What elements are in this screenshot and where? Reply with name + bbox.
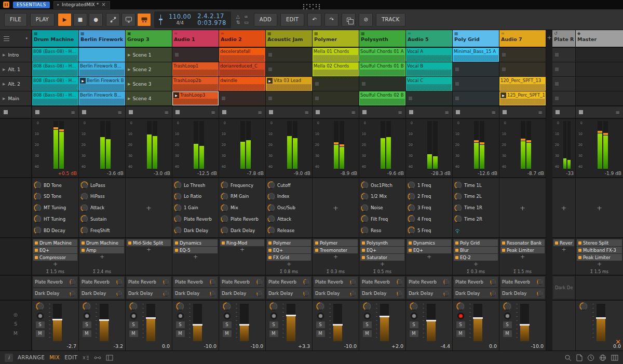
record-arm-button[interactable] — [84, 313, 90, 319]
lanes-icon[interactable]: ≡ — [398, 110, 402, 115]
empty-clip-slot[interactable] — [552, 48, 575, 62]
remote-knob[interactable] — [80, 204, 88, 212]
send-slot[interactable]: Plate Reverb — [454, 277, 498, 287]
clip-slot[interactable]: Soulful Chords 02 B — [359, 91, 405, 105]
position-display[interactable]: 2.4.2.17 — [197, 13, 226, 20]
device-chip[interactable]: EQ-5 — [173, 247, 218, 253]
device-enabled-dot[interactable] — [578, 256, 581, 259]
scene-play-icon[interactable]: ▶ — [3, 53, 5, 57]
tab-arrange[interactable]: ARRANGE — [18, 355, 45, 360]
lanes-icon[interactable]: ≡ — [71, 110, 75, 115]
track-header[interactable]: ↺ Plate Reverb — [552, 30, 575, 47]
send-knob[interactable] — [443, 290, 450, 296]
time-display[interactable]: 0:03.978 — [197, 20, 226, 26]
send-knob[interactable] — [303, 279, 309, 285]
clip-slot[interactable]: ▶TrashLoop3 — [172, 91, 219, 105]
fader-handle[interactable] — [286, 315, 296, 316]
lanes-icon[interactable]: ≡ — [616, 110, 620, 115]
device-chip[interactable]: Ring-Mod — [220, 239, 264, 246]
pan-knob[interactable] — [223, 302, 231, 311]
device-chip[interactable]: Reverb — [553, 239, 574, 246]
add-remote-page-button[interactable]: + — [597, 204, 602, 212]
remote-knob[interactable] — [361, 215, 369, 223]
device-enabled-dot[interactable] — [175, 241, 178, 245]
tab-edit[interactable]: EDIT — [64, 355, 77, 360]
device-chip[interactable]: Drum Machine — [33, 239, 77, 246]
send-knob[interactable] — [537, 279, 543, 285]
device-chip[interactable]: Mid-Side Split — [127, 239, 171, 246]
clip-slot[interactable]: Soulful Chords 01 B — [359, 62, 405, 76]
empty-clip-slot[interactable] — [172, 48, 219, 62]
loop-icon[interactable]: ∞ — [244, 14, 249, 19]
device-enabled-dot[interactable] — [362, 241, 365, 245]
track-header[interactable]: ▦ Drum Machine — [32, 30, 78, 47]
scene-launch-slot[interactable]: ▶Scene 1 — [126, 48, 172, 62]
fader-handle[interactable] — [520, 324, 530, 326]
close-panel-icon[interactable]: ✕ — [615, 339, 621, 345]
copy-button[interactable] — [342, 13, 356, 26]
punch-icon[interactable]: ▭ — [244, 20, 249, 25]
solo-button[interactable]: S — [269, 321, 278, 328]
solo-button[interactable]: S — [83, 321, 91, 328]
stop-clips-button[interactable] — [316, 110, 320, 114]
device-chip[interactable]: Peak Limiter — [500, 247, 545, 253]
remote-knob[interactable] — [361, 181, 369, 189]
device-enabled-dot[interactable] — [35, 249, 38, 252]
volume-fader[interactable] — [287, 304, 295, 341]
fader-handle[interactable] — [380, 316, 389, 317]
empty-clip-slot[interactable] — [313, 91, 359, 105]
add-remote-page-button[interactable]: + — [146, 204, 152, 212]
clip-slot[interactable]: 120_Perc_SPFT_13 — [499, 77, 546, 91]
fader-handle[interactable] — [52, 319, 62, 320]
send-knob[interactable] — [116, 279, 123, 285]
device-chip[interactable]: Multiband FX-3 — [577, 247, 622, 253]
add-device-button[interactable]: + — [553, 247, 574, 253]
volume-fader[interactable] — [520, 304, 529, 341]
lanes-icon[interactable]: ≡ — [118, 110, 122, 115]
track-header[interactable]: ▦ Polysynth — [359, 30, 405, 47]
pan-knob[interactable] — [503, 302, 511, 311]
stop-clips-button[interactable] — [129, 110, 133, 114]
empty-clip-slot[interactable] — [552, 91, 575, 105]
lanes-icon[interactable]: ≡ — [351, 110, 356, 115]
pan-knob[interactable] — [129, 302, 138, 311]
stop-clips-button[interactable] — [579, 110, 583, 114]
remote-knob[interactable] — [221, 181, 228, 189]
send-knob[interactable] — [163, 279, 169, 285]
device-chip[interactable]: Polysynth — [360, 239, 404, 246]
send-slot[interactable]: Plate Reverb — [267, 277, 311, 287]
lanes-icon[interactable]: ≡ — [258, 110, 262, 115]
device-enabled-dot[interactable] — [268, 256, 272, 259]
mute-button[interactable]: M — [83, 330, 91, 337]
device-enabled-dot[interactable] — [222, 241, 225, 245]
mute-button[interactable]: M — [269, 330, 278, 337]
redo-button[interactable]: ↷ — [324, 13, 338, 26]
clip-slot[interactable]: Soulful Chords 01 A — [359, 48, 405, 62]
record-arm-button[interactable] — [317, 313, 324, 319]
remote-knob[interactable] — [34, 215, 42, 223]
remote-knob[interactable] — [267, 181, 275, 189]
device-enabled-dot[interactable] — [455, 256, 458, 259]
device-enabled-dot[interactable] — [362, 249, 365, 252]
send-slot[interactable]: Plate Reverb — [500, 277, 545, 287]
add-device-button[interactable]: + — [500, 254, 545, 260]
fader-handle[interactable] — [426, 320, 436, 321]
pan-knob[interactable] — [363, 302, 371, 311]
remote-knob[interactable] — [174, 193, 182, 200]
remote-knob[interactable] — [174, 204, 182, 212]
file-button[interactable]: FILE — [4, 13, 27, 26]
add-device-button[interactable]: + — [577, 261, 622, 267]
remote-knob[interactable] — [454, 204, 462, 212]
device-enabled-dot[interactable] — [35, 256, 38, 259]
device-enabled-dot[interactable] — [128, 241, 131, 245]
clip-slot[interactable]: Mella 01 Chords — [313, 48, 359, 62]
clip-slot[interactable]: Mella 02 Chords — [313, 62, 359, 76]
send-slot[interactable]: Dark Delay — [500, 288, 545, 299]
pan-knob[interactable] — [316, 302, 324, 311]
device-chip[interactable]: Polymer — [314, 239, 358, 246]
mute-button[interactable]: M — [129, 330, 138, 337]
stop-clips-button[interactable] — [35, 110, 39, 114]
track-header[interactable]: ▣ Group 3 — [126, 30, 172, 47]
lanes-icon[interactable]: ≡ — [492, 110, 496, 115]
solo-button[interactable]: S — [36, 321, 45, 328]
